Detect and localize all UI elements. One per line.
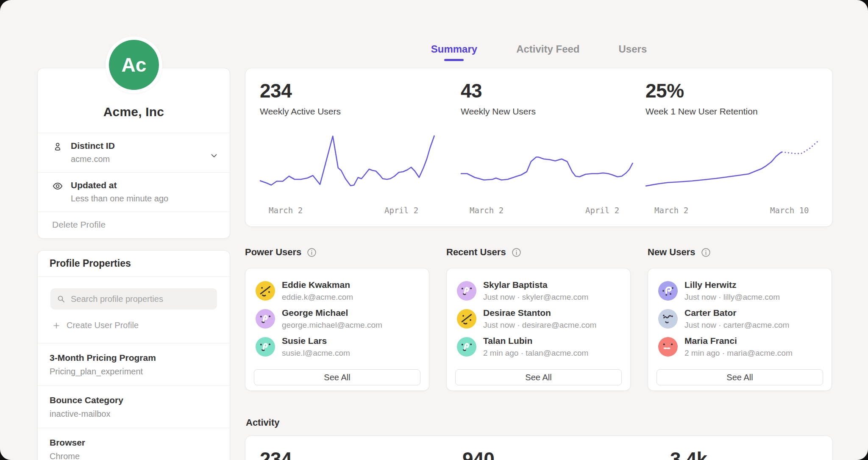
user-detail: 2 min ago · maria@acme.com [684,348,793,358]
tab-activity-feed[interactable]: Activity Feed [514,37,582,61]
power-users-card: Eddie Kwakmaneddie.k@acme.com George Mic… [245,268,429,391]
x-tick: April 2 [585,206,619,215]
user-avatar [256,281,275,301]
user-name: Desirae Stanton [483,308,596,318]
user-avatar [256,337,275,357]
user-row[interactable]: Eddie Kwakmaneddie.k@acme.com [245,280,429,301]
profile-properties-title: Profile Properties [38,251,230,277]
tab-users[interactable]: Users [616,37,650,61]
info-icon[interactable] [306,247,317,258]
new-users-section: New Users Lilly HerwitzJust now · lilly@… [648,245,832,391]
property-value: Pricing_plan_experiment [50,367,218,376]
x-tick: April 2 [384,206,418,215]
see-all-button[interactable]: See All [254,369,420,385]
stat-label: Weekly New Users [461,106,639,117]
person-icon [52,141,63,152]
user-row[interactable]: Talan Lubin2 min ago · talan@acme.com [447,336,630,357]
chevron-down-icon[interactable] [209,151,219,160]
see-all-button[interactable]: See All [657,369,823,385]
user-name: Lilly Herwitz [684,280,780,290]
stat-weekly-active-users: 234 Weekly Active Users March 2 April 2 [260,68,438,227]
weekly-new-users-chart [461,131,639,195]
property-value: inactive-mailbox [50,409,218,418]
x-tick: March 2 [654,206,688,215]
user-detail: 2 min ago · talan@acme.com [483,348,588,358]
see-all-button[interactable]: See All [455,369,622,385]
section-title: Power Users [245,247,301,258]
user-profile-dashboard: Ac Acme, Inc Distinct ID acme.com Update… [0,0,868,460]
user-detail: Just now · carter@acme.com [684,321,789,330]
user-detail: susie.l@acme.com [282,348,350,358]
user-row[interactable]: Carter BatorJust now · carter@acme.com [648,308,832,329]
x-tick: March 10 [770,206,809,215]
user-detail: Just now · skyler@acme.com [483,293,588,302]
user-name: Carter Bator [684,308,789,318]
property-row: 3-Month Pricing Program Pricing_plan_exp… [38,343,230,385]
power-users-header: Power Users [245,245,429,259]
user-row[interactable]: George Michaelgeorge.michael@acme.com [245,308,429,329]
property-row: Browser Chrome [38,428,230,460]
recent-users-header: Recent Users [446,245,631,259]
stat-value: 43 [461,81,639,100]
eye-icon [52,181,63,192]
profile-properties-search[interactable] [50,288,217,309]
user-detail: Just now · desirare@acme.com [483,321,596,330]
create-user-profile-button[interactable]: Create User Profile [52,321,217,330]
info-icon[interactable] [701,247,711,258]
weekly-active-users-chart [260,131,438,195]
property-label: Bounce Category [50,395,218,405]
activity-stat-value: 234 [260,449,292,460]
user-detail: Just now · lilly@acme.com [684,293,780,302]
user-avatar [457,309,476,329]
stat-label: Weekly Active Users [260,106,438,117]
field-updated-at[interactable]: Updated at Less than one minute ago [38,172,230,212]
stat-weekly-new-users: 43 Weekly New Users March 2 April 2 [461,68,639,227]
property-row: Bounce Category inactive-mailbox [38,385,230,428]
company-avatar-initials: Ac [109,40,159,90]
field-text: Updated at Less than one minute ago [71,180,168,203]
user-avatar [658,337,678,357]
delete-profile-button[interactable]: Delete Profile [38,212,230,238]
user-avatar [658,281,678,301]
stat-value: 25% [645,81,823,100]
user-avatar [457,281,476,301]
user-name: Skylar Baptista [483,280,588,290]
search-input[interactable] [70,294,211,304]
profile-tabs: Summary Activity Feed Users [245,37,833,61]
tab-summary[interactable]: Summary [428,37,480,61]
field-text: Distinct ID acme.com [71,141,115,164]
user-row[interactable]: Skylar BaptistaJust now · skyler@acme.co… [447,280,630,301]
user-avatar [658,309,678,329]
activity-stat-value: 3.4k [670,449,707,460]
user-row[interactable]: Maria Franci2 min ago · maria@acme.com [648,336,832,357]
field-distinct-id[interactable]: Distinct ID acme.com [38,133,230,172]
recent-users-section: Recent Users Skylar BaptistaJust now · s… [446,245,631,391]
field-label: Updated at [71,180,168,190]
x-tick: March 2 [269,206,303,215]
field-value: Less than one minute ago [71,194,168,203]
create-user-profile-label: Create User Profile [67,321,139,330]
search-icon [56,294,66,304]
user-detail: eddie.k@acme.com [282,293,353,302]
profile-properties-card: Profile Properties Create User Profile 3… [37,250,230,460]
activity-card: 234 940 3.4k [245,435,833,460]
plus-icon [52,321,61,330]
new-users-header: New Users [648,245,832,259]
user-name: Eddie Kwakman [282,280,353,290]
week1-retention-chart [645,131,823,195]
user-row[interactable]: Susie Larssusie.l@acme.com [245,336,429,357]
summary-stats-card: 234 Weekly Active Users March 2 April 2 … [245,68,833,227]
stat-label: Week 1 New User Retention [645,106,823,117]
user-avatar [256,309,275,329]
property-label: 3-Month Pricing Program [50,353,218,363]
user-name: George Michael [282,308,382,318]
user-detail: george.michael@acme.com [282,321,382,330]
user-name: Talan Lubin [483,336,588,346]
info-icon[interactable] [511,247,522,258]
company-name: Acme, Inc [103,105,164,119]
field-label: Distinct ID [71,141,115,151]
user-avatar [457,337,476,357]
user-row[interactable]: Lilly HerwitzJust now · lilly@acme.com [648,280,832,301]
company-avatar: Ac [106,36,162,93]
user-row[interactable]: Desirae StantonJust now · desirare@acme.… [447,308,630,329]
